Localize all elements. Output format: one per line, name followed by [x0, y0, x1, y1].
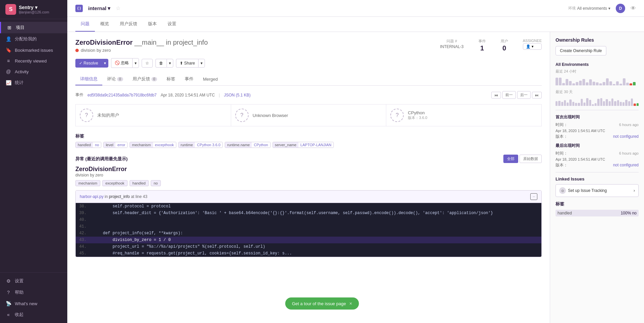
frame-filename: harbor-api.py [80, 194, 104, 199]
tab-settings[interactable]: 设置 [162, 17, 182, 32]
assignee-label: ASSIGNEE [523, 39, 542, 43]
last-date-val: Apr 18, 2020 1:54:51 AM UTC [556, 157, 605, 161]
exception-section: 异常 (最近的调用最先显示) 全部 原始数据 ZeroDivisionError… [75, 155, 542, 257]
sparkline-30d [556, 96, 639, 106]
ignore-dropdown-button[interactable]: ▾ [132, 58, 139, 68]
star-button[interactable]: ☆ [142, 59, 153, 68]
share-dropdown-button[interactable]: ▾ [198, 59, 205, 68]
runtime-card-text: CPython 版本：3.6.0 [408, 110, 427, 120]
resolve-dropdown-button[interactable]: ▾ [102, 59, 108, 68]
sidebar-item-collapse[interactable]: « 收起 [0, 309, 67, 320]
sidebar-item-stats[interactable]: 📈 统计 [0, 77, 67, 88]
resolve-button[interactable]: ✓ Resolve [75, 59, 102, 68]
tab-issues[interactable]: 问题 [75, 17, 95, 32]
tag-handled-val: 100% no [621, 211, 637, 215]
status-dot [75, 49, 79, 52]
first-time-val: 6 hours ago [619, 123, 639, 127]
spark-bar [600, 98, 602, 106]
main-area: { } internal ▾ ☆ 环境 All environments ▾ D… [67, 0, 644, 323]
archive-button[interactable]: 🗑 [155, 59, 167, 68]
tab-overview[interactable]: 概览 [95, 17, 114, 32]
sidebar-item-whatsnew[interactable]: 📡 What's new [0, 298, 67, 309]
tab-releases[interactable]: 版本 [143, 17, 162, 32]
help-icon: ? [5, 290, 11, 295]
create-ownership-rule-button[interactable]: Create Ownership Rule [556, 46, 606, 55]
toggle-full-button[interactable]: 全部 [503, 155, 518, 163]
spark-bar [589, 100, 591, 106]
json-link[interactable]: JSON (5.1 KB) [224, 93, 250, 97]
spark-bar [596, 82, 599, 85]
event-last-button[interactable]: ⏭ [532, 92, 542, 98]
events-count: 1 [478, 44, 486, 52]
settings-icon: ⚙ [5, 278, 11, 284]
frame-collapse-button[interactable]: − [530, 193, 537, 200]
event-hash-link[interactable]: ed5f38da9c21435a8da7b7918bc6fdb7 [87, 93, 157, 97]
org-name[interactable]: Sentry ▾ [19, 5, 62, 10]
divider-1 [556, 110, 639, 110]
issue-meta: 问题 # INTERNAL-3 事件 1 用户 0 ASSIGNEE 👤 ▾ [440, 39, 542, 52]
spark-bar [586, 98, 588, 106]
spark-bar [564, 100, 566, 106]
ignore-button[interactable]: 🚫 忽略 [111, 58, 132, 68]
tab-detail[interactable]: 详细信息 [75, 73, 102, 85]
event-separator: | [219, 93, 220, 97]
user-avatar[interactable]: D [616, 4, 625, 13]
sidebar-item-bookmarked[interactable]: 🔖 Bookmarked issues [0, 45, 67, 55]
tab-user-feedback-detail[interactable]: 用户反馈 0 [128, 73, 162, 85]
frame-in: in [105, 194, 109, 199]
spark-bar [619, 84, 622, 85]
sidebar-tag-handled: handled 100% no [556, 210, 639, 216]
watch-icon[interactable]: 👁 [631, 5, 636, 11]
issue-sidebar: Ownership Rules Create Ownership Rule Al… [550, 32, 644, 323]
env-selector[interactable]: 环境 All environments ▾ [568, 6, 610, 11]
setup-tracking-button[interactable]: ⊙ Set up Issue Tracking › [556, 184, 639, 197]
sidebar-item-projects[interactable]: ⊞ 项目 [0, 22, 67, 33]
archive-dropdown-button[interactable]: ▾ [167, 59, 173, 68]
issue-subtitle: division by zero [75, 48, 208, 53]
spark-bar [589, 79, 592, 85]
star-icon[interactable]: ☆ [116, 5, 120, 11]
project-badge: { } [75, 5, 83, 12]
sidebar-tags-title: 标签 [556, 201, 639, 207]
sidebar-item-activity[interactable]: @ Activity [0, 66, 67, 77]
archive-btn-group: 🗑 ▾ [155, 59, 173, 68]
sidebar-item-help[interactable]: ? 帮助 [0, 287, 67, 298]
last-time-row: 时间： 6 hours ago [556, 151, 639, 156]
tab-comments[interactable]: 评论 0 [102, 73, 128, 85]
tag-item: runtimeCPython 3.6.0 [178, 142, 223, 148]
spark-bar [572, 102, 574, 106]
spark-bar [583, 103, 585, 106]
spark-bar [559, 78, 562, 85]
sparkline-24h [556, 75, 639, 85]
all-environments-title: All Environments [556, 62, 639, 67]
sidebar-item-settings[interactable]: ⚙ 设置 [0, 275, 67, 287]
spark-bar [586, 82, 588, 85]
first-seen-title: 首次出现时间 [556, 114, 639, 120]
time-label: 时间： [556, 122, 568, 128]
browser-card: ? Unknown Browser [231, 104, 386, 126]
spark-bar [572, 83, 575, 85]
tour-close-button[interactable]: × [349, 301, 352, 306]
code-frame-body: 38. self.protocol = protocol39. self.hea… [76, 203, 541, 257]
code-line: 45. #req_handle = requests.get(project_u… [76, 250, 541, 257]
event-next-button[interactable]: 后一 [517, 91, 531, 99]
sidebar-item-recently[interactable]: ≡ Recently viewed [0, 55, 67, 66]
event-first-button[interactable]: ⏮ [491, 92, 501, 98]
tab-tags-detail[interactable]: 标签 [162, 73, 180, 85]
sidebar-nav: ⊞ 项目 👤 分配给我的 🔖 Bookmarked issues ≡ Recen… [0, 19, 67, 272]
share-button[interactable]: ⬆ Share [176, 59, 198, 68]
event-nav: ⏮ 前一 后一 ⏭ [491, 91, 542, 99]
first-date-val: Apr 18, 2020 1:54:51 AM UTC [556, 129, 605, 133]
issue-title-block: ZeroDivisionError __main__ in project_in… [75, 39, 208, 53]
project-name[interactable]: internal ▾ [88, 5, 110, 11]
spark-bar [575, 103, 577, 106]
sidebar-item-assigned[interactable]: 👤 分配给我的 [0, 33, 67, 45]
assignee-btn[interactable]: 👤 ▾ [523, 43, 542, 50]
tab-merged[interactable]: Merged [198, 73, 222, 85]
users-label: 用户 [501, 39, 508, 44]
tab-events-detail[interactable]: 事件 [180, 73, 198, 85]
toggle-raw-button[interactable]: 原始数据 [520, 155, 542, 163]
event-prev-button[interactable]: 前一 [502, 91, 516, 99]
issue-main: ZeroDivisionError __main__ in project_in… [67, 32, 550, 323]
tab-user-feedback[interactable]: 用户反馈 [114, 17, 143, 32]
